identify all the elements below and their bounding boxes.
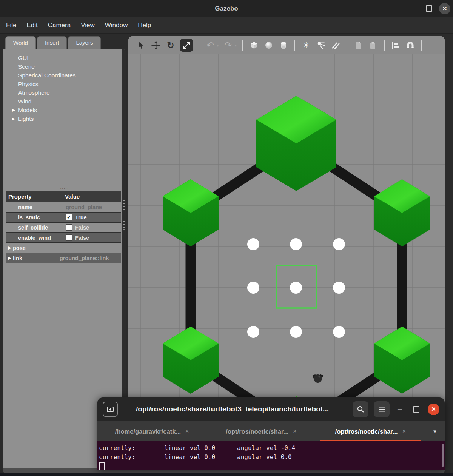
menu-view[interactable]: View [81,22,95,29]
window-close-button[interactable]: ✕ [438,0,451,17]
insert-sphere-button[interactable] [263,40,274,51]
paste-icon [368,40,378,50]
property-row-link[interactable]: ▶ link ground_plane::link [6,253,121,263]
toolbar-separator [384,40,385,51]
property-row-name[interactable]: name ground_plane [6,202,121,212]
spot-light-button[interactable] [316,40,326,51]
toolbar-separator [294,40,295,51]
snap-tool-button[interactable] [405,40,416,51]
point-light-button[interactable]: ☀ [301,40,311,51]
gazebo-titlebar: Gazebo – ✕ [0,0,453,17]
tree-item-scene[interactable]: Scene [3,62,126,71]
scale-tool-button[interactable] [180,39,193,52]
tab-layers[interactable]: Layers [68,36,101,49]
terminal-tab-3-active[interactable]: /opt/ros/noetic/shar... × [316,421,425,442]
checkbox-unchecked-icon[interactable] [66,234,72,241]
terminal-title: /opt/ros/noetic/share/turtlebot3_teleop/… [123,405,347,413]
tab-close-icon[interactable]: × [293,428,296,435]
cylinder-icon [279,40,288,50]
tree-item-models[interactable]: ▶ Models [3,106,126,114]
expand-arrow-icon[interactable]: ▶ [6,256,13,260]
window-maximize-button[interactable] [423,0,435,17]
panel-tabs: World Insert Layers [5,36,101,49]
point-light-icon: ☀ [303,41,310,50]
undo-history-dropdown[interactable]: ▾ [217,43,219,48]
copy-icon [353,40,363,50]
viewport-toolbar: ↻ ↶ ▾ ↷ ▾ [128,36,445,55]
menu-camera[interactable]: Camera [48,22,71,29]
terminal-menu-button[interactable] [374,401,390,417]
tree-item-spherical-coordinates[interactable]: Spherical Coordinates [3,71,126,80]
menu-window[interactable]: Window [105,22,128,29]
expand-arrow-icon[interactable]: ▶ [12,106,15,114]
property-row-self-collide[interactable]: self_collide False [6,222,121,232]
property-row-enable-wind[interactable]: enable_wind False [6,232,121,242]
terminal-minimize-button[interactable]: – [395,404,405,414]
insert-box-button[interactable] [249,40,259,51]
align-tool-button[interactable] [390,40,401,51]
toolbar-separator [347,40,347,51]
terminal-content[interactable]: currently: linear vel 0.0 angular vel -0… [97,441,445,470]
align-icon [391,40,401,50]
terminal-output-line: currently: linear vel 0.0 angular vel 0.… [99,453,445,462]
terminal-scrollbar[interactable] [442,444,444,467]
new-tab-button[interactable] [103,402,118,417]
tab-insert[interactable]: Insert [37,36,67,49]
insert-cylinder-button[interactable] [278,40,289,51]
redo-button[interactable]: ↷ [223,40,234,51]
close-icon: ✕ [439,3,450,14]
property-row-is-static[interactable]: is_static ✓ True [6,212,121,222]
select-arrow-icon [137,41,146,50]
terminal-search-button[interactable] [353,401,368,417]
property-label: self_collide [6,225,63,231]
select-tool-button[interactable] [136,40,146,51]
hamburger-menu-icon [378,405,385,413]
toolbar-separator [242,40,243,51]
tree-item-atmosphere[interactable]: Atmosphere [3,88,126,97]
redo-history-dropdown[interactable]: ▾ [235,43,237,48]
tab-label: /home/gauravkr/catk... [115,428,181,435]
paste-button[interactable] [368,40,378,51]
undo-button[interactable]: ↶ [205,40,216,51]
property-column-header: Property [6,193,65,200]
tree-item-lights[interactable]: ▶ Lights [3,114,126,123]
menu-edit[interactable]: Edit [26,22,37,29]
property-label: enable_wind [6,235,63,241]
window-title: Gazebo [0,0,453,17]
tab-close-icon[interactable]: × [402,428,406,435]
tab-list-dropdown[interactable]: ▼ [425,421,445,442]
copy-button[interactable] [353,40,364,51]
tab-world[interactable]: World [5,36,36,49]
expand-arrow-icon[interactable]: ▶ [12,114,15,123]
terminal-tab-bar: /home/gauravkr/catk... × /opt/ros/noetic… [97,421,445,442]
tab-close-icon[interactable]: × [185,428,189,435]
window-minimize-button[interactable]: – [407,0,419,17]
terminal-maximize-button[interactable] [413,406,419,413]
directional-light-button[interactable] [330,40,341,51]
checkbox-checked-icon[interactable]: ✓ [66,214,72,220]
terminal-close-button[interactable]: ✕ [428,404,439,415]
undo-icon: ↶ [206,40,214,51]
tree-item-gui[interactable]: GUI [3,54,126,62]
terminal-tab-1[interactable]: /home/gauravkr/catk... × [97,421,206,442]
tab-label: /opt/ros/noetic/shar... [226,428,288,435]
rotate-icon: ↻ [167,40,174,51]
terminal-window[interactable]: /opt/ros/noetic/share/turtlebot3_teleop/… [97,397,445,470]
tree-item-physics[interactable]: Physics [3,80,126,88]
tree-item-wind[interactable]: Wind [3,97,126,106]
checkbox-unchecked-icon[interactable] [66,224,72,231]
value-column-header: Value [65,193,80,200]
property-value: True [75,214,87,220]
translate-tool-button[interactable] [151,40,161,51]
expand-arrow-icon[interactable]: ▶ [6,245,13,250]
scrollbar-handle[interactable] [123,220,125,230]
panel-splitter[interactable]: ····· [3,187,126,191]
menu-file[interactable]: File [6,22,16,29]
terminal-tab-2[interactable]: /opt/ros/noetic/shar... × [206,421,316,442]
scrollbar-handle[interactable] [123,200,125,210]
menu-help[interactable]: Help [138,22,151,29]
property-label: link [13,255,60,261]
rotate-tool-button[interactable]: ↻ [165,40,176,51]
property-label: name [6,204,63,210]
property-row-pose[interactable]: ▶ pose [6,242,121,253]
